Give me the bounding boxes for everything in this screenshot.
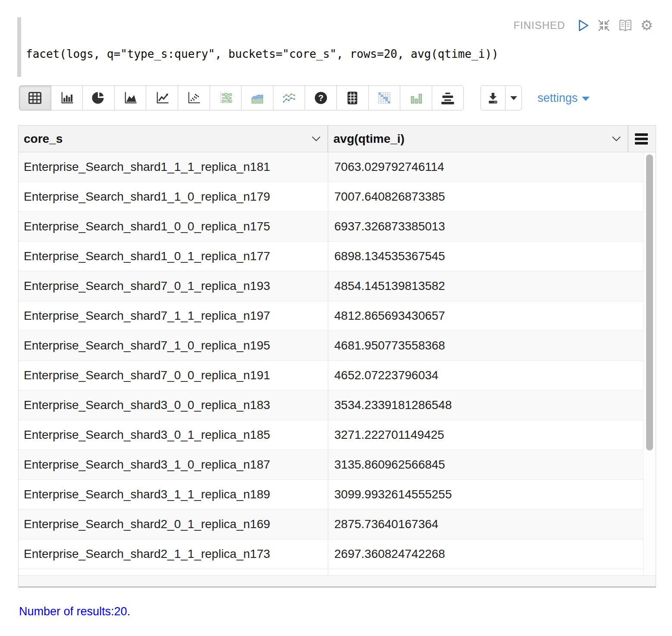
cell-core_s: Enterprise_Search_shard2_0_1_replica_n16… [19, 510, 328, 539]
book-icon[interactable] [618, 19, 633, 32]
grid-table-icon [345, 91, 360, 105]
table-row[interactable]: Enterprise_Search_shard1_0_1_replica_n17… [19, 242, 643, 271]
cell-core_s: Enterprise_Search_shard7_1_0_replica_n19… [19, 331, 328, 360]
editor-gutter [17, 17, 21, 77]
bubble-chart-icon [218, 91, 233, 105]
scatter-chart-icon [186, 91, 201, 105]
table-row[interactable]: Enterprise_Search_shard7_0_1_replica_n19… [19, 271, 643, 301]
grid-menu-button[interactable] [628, 126, 655, 152]
grid-menu-icon [635, 133, 648, 145]
column-chart-icon [408, 91, 424, 105]
cell-core_s: Enterprise_Search_shard7_0_1_replica_n19… [19, 271, 328, 301]
table-row[interactable]: Enterprise_Search_shard1_0_0_replica_n17… [19, 212, 643, 242]
table-row[interactable]: Enterprise_Search_shard7_0_0_replica_n19… [19, 361, 643, 390]
result-table: core_s avg(qtime_i) Enterprise_Search_sh… [18, 125, 656, 588]
table-row-partial [19, 569, 643, 575]
table-row[interactable]: Enterprise_Search_shard3_1_0_replica_n18… [19, 450, 643, 480]
column-menu-chevron-icon[interactable] [611, 136, 622, 142]
viz-heatmap-button[interactable] [368, 85, 401, 110]
viz-bar-chart-button[interactable] [51, 85, 83, 110]
cell-core_s: Enterprise_Search_shard2_1_1_replica_n17… [19, 539, 328, 569]
vertical-scrollbar-thumb[interactable] [646, 154, 653, 450]
cell-avg: 2875.73640167364 [328, 510, 643, 539]
column-header-avg-qtime[interactable]: avg(qtime_i) [328, 126, 628, 152]
viz-horizontal-bars-button[interactable] [432, 85, 464, 110]
cell-avg: 3099.9932614555255 [328, 480, 643, 509]
cell-avg: 6937.326873385013 [328, 212, 643, 241]
viz-help-button[interactable]: ? [305, 85, 337, 110]
settings-caret-icon [582, 97, 590, 101]
help-icon: ? [313, 91, 329, 105]
viz-pie-chart-button[interactable] [82, 85, 115, 110]
table-row[interactable]: Enterprise_Search_shard1_1_0_replica_n17… [19, 182, 643, 212]
cell-avg: 3534.2339181286548 [328, 390, 643, 420]
viz-column-chart-button[interactable] [400, 85, 432, 110]
cell-core_s: Enterprise_Search_shard3_0_0_replica_n18… [19, 390, 328, 420]
caret-down-icon [510, 96, 517, 100]
cell-avg: 7007.640826873385 [328, 182, 643, 211]
visualization-toolbar: ? [19, 85, 590, 110]
heatmap-icon [377, 91, 392, 105]
settings-label: settings [537, 91, 578, 105]
code-line[interactable]: facet(logs, q="type_s:query", buckets="c… [26, 47, 499, 60]
cell-avg: 4812.865693430657 [328, 301, 643, 331]
table-header: core_s avg(qtime_i) [19, 126, 656, 152]
cell-core_s: Enterprise_Search_shard3_0_1_replica_n18… [19, 420, 328, 450]
paragraph-controls: FINISHED ⚙ [513, 18, 653, 32]
cell-avg: 7063.029792746114 [328, 152, 643, 182]
cell-core_s: Enterprise_Search_shard3_1_0_replica_n18… [19, 450, 328, 479]
column-header-label: avg(qtime_i) [333, 132, 608, 146]
table-row[interactable]: Enterprise_Search_shard3_0_0_replica_n18… [19, 390, 643, 420]
pie-chart-icon [91, 91, 106, 105]
download-icon [486, 91, 500, 105]
cell-core_s: Enterprise_Search_shard3_1_1_replica_n18… [19, 480, 328, 509]
cell-avg: 4652.07223796034 [328, 361, 643, 390]
viz-grid-table-button[interactable] [336, 85, 369, 110]
viz-table-button[interactable] [19, 85, 51, 110]
bar-chart-icon [59, 91, 75, 105]
cell-core_s: Enterprise_Search_shard7_0_0_replica_n19… [19, 361, 328, 390]
table-body: Enterprise_Search_shard1_1_1_replica_n18… [19, 152, 656, 575]
horizontal-scrollbar[interactable] [19, 575, 656, 586]
viz-multi-line-button[interactable] [273, 85, 305, 110]
collapse-icon[interactable] [597, 19, 611, 32]
table-rows: Enterprise_Search_shard1_1_1_replica_n18… [19, 152, 643, 569]
run-icon[interactable] [577, 19, 590, 32]
viz-area-chart-button[interactable] [114, 85, 147, 110]
settings-dropdown[interactable]: settings [537, 91, 590, 105]
chart-type-group: ? [19, 85, 464, 110]
column-header-core_s[interactable]: core_s [19, 126, 328, 152]
download-button[interactable] [480, 85, 506, 110]
stacked-area-chart-icon [249, 91, 265, 105]
status-text: FINISHED [513, 19, 565, 31]
area-chart-icon [122, 91, 138, 105]
column-menu-chevron-icon[interactable] [311, 136, 321, 142]
table-row[interactable]: Enterprise_Search_shard2_1_1_replica_n17… [19, 539, 643, 569]
table-row[interactable]: Enterprise_Search_shard7_1_0_replica_n19… [19, 331, 643, 361]
multi-line-chart-icon [281, 91, 297, 105]
download-caret-button[interactable] [506, 85, 522, 110]
viz-stacked-area-button[interactable] [241, 85, 273, 110]
cell-avg: 4681.950773558368 [328, 331, 643, 360]
table-row[interactable]: Enterprise_Search_shard2_0_1_replica_n16… [19, 510, 643, 539]
download-group [480, 85, 522, 110]
viz-bubble-chart-button[interactable] [210, 85, 242, 110]
table-row[interactable]: Enterprise_Search_shard1_1_1_replica_n18… [19, 152, 643, 182]
cell-core_s: Enterprise_Search_shard1_1_0_replica_n17… [19, 182, 328, 211]
table-row[interactable]: Enterprise_Search_shard7_1_1_replica_n19… [19, 301, 643, 331]
table-row[interactable]: Enterprise_Search_shard3_0_1_replica_n18… [19, 420, 643, 450]
horizontal-bars-icon [440, 91, 455, 105]
line-chart-icon [154, 91, 170, 105]
cell-core_s: Enterprise_Search_shard1_0_1_replica_n17… [19, 242, 328, 271]
table-row[interactable]: Enterprise_Search_shard3_1_1_replica_n18… [19, 480, 643, 510]
vertical-scrollbar[interactable] [643, 152, 655, 575]
column-header-label: core_s [24, 132, 308, 146]
cell-core_s: Enterprise_Search_shard1_0_0_replica_n17… [19, 212, 328, 241]
viz-scatter-chart-button[interactable] [178, 85, 210, 110]
gear-icon[interactable]: ⚙ [640, 18, 653, 32]
cell-core_s: Enterprise_Search_shard1_1_1_replica_n18… [19, 152, 328, 182]
svg-text:?: ? [318, 93, 323, 103]
viz-line-chart-button[interactable] [146, 85, 178, 110]
cell-avg: 4854.145139813582 [328, 271, 643, 301]
cell-avg: 2697.360824742268 [328, 539, 643, 569]
